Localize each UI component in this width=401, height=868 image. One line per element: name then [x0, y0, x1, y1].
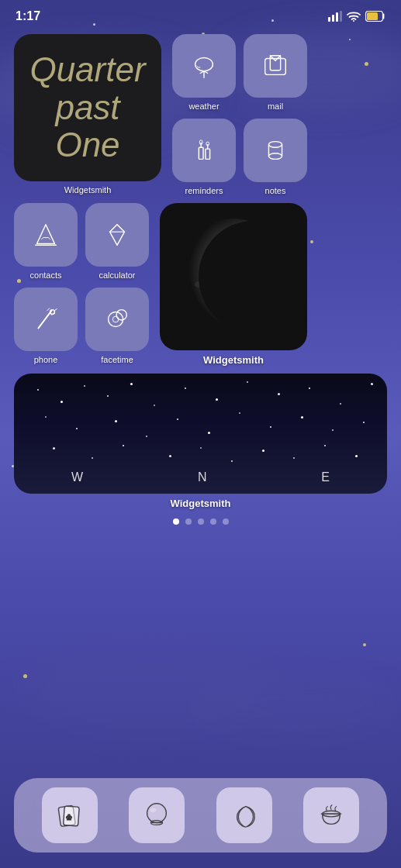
contacts-label: contacts [30, 270, 62, 280]
svg-marker-27 [110, 225, 125, 246]
moon-widget[interactable] [160, 203, 307, 350]
svg-marker-25 [37, 225, 55, 244]
phone-label: phone [34, 355, 58, 364]
playing-cards-icon: ♣ [55, 801, 85, 830]
mail-label: mail [268, 102, 283, 111]
right-apps-grid: weather mail [172, 34, 387, 195]
reminders-label: reminders [185, 186, 223, 195]
page-dot-3[interactable] [198, 518, 204, 525]
svg-rect-15 [199, 147, 203, 159]
svg-line-29 [110, 225, 118, 232]
dock-cards-icon[interactable]: ♣ [42, 787, 98, 843]
clock-widget[interactable]: Quarter past One [14, 34, 161, 181]
row2: contacts calculator [14, 203, 387, 366]
witch-hat-icon [31, 220, 60, 250]
svg-line-30 [117, 225, 125, 232]
facetime-app-icon[interactable] [85, 288, 149, 351]
svg-point-52 [150, 808, 157, 813]
notes-app-icon[interactable] [244, 119, 307, 182]
svg-rect-18 [206, 149, 210, 159]
apps-row-mid-top: contacts calculator [14, 203, 149, 280]
status-bar: 1:17 [0, 0, 401, 28]
crescent-moon-icon [230, 801, 259, 830]
page-dot-5[interactable] [223, 518, 229, 525]
mail-app-item[interactable]: mail [244, 34, 307, 111]
battery-icon [365, 11, 385, 22]
starfield-widget-label: Widgetsmith [14, 498, 387, 509]
svg-rect-3 [340, 11, 342, 22]
svg-point-43 [223, 246, 229, 253]
apps-row-bottom: reminders notes [172, 119, 387, 195]
starfield-compass: W N E [14, 470, 387, 484]
svg-point-41 [178, 219, 289, 335]
calculator-app-icon[interactable] [85, 203, 149, 267]
orb-icon [102, 305, 132, 334]
wifi-icon [347, 11, 361, 22]
starfield-widget[interactable]: W N E [14, 374, 387, 494]
svg-point-7 [195, 58, 213, 71]
svg-rect-2 [336, 12, 338, 22]
notes-app-item[interactable]: notes [244, 119, 307, 195]
clock-text: Quarter past One [29, 51, 145, 164]
svg-point-4 [353, 20, 354, 22]
phone-app-item[interactable]: phone [14, 288, 78, 364]
dock-inner: ♣ [14, 778, 387, 852]
compass-west: W [71, 470, 83, 484]
page-dot-1[interactable] [173, 518, 179, 525]
dock-moon-icon[interactable] [216, 787, 272, 843]
notes-label: notes [265, 186, 286, 195]
facetime-app-item[interactable]: facetime [85, 288, 149, 364]
svg-rect-0 [328, 17, 330, 22]
svg-point-38 [112, 316, 119, 322]
svg-line-33 [47, 308, 50, 311]
contacts-app-item[interactable]: contacts [14, 203, 78, 280]
svg-point-44 [208, 291, 220, 301]
facetime-label: facetime [101, 355, 133, 364]
svg-point-24 [268, 153, 282, 160]
page-dots [14, 518, 387, 525]
svg-line-31 [39, 311, 52, 329]
candle-icon [189, 136, 219, 165]
clock-widget-label: Widgetsmith [64, 185, 112, 195]
mushroom-icon [189, 51, 219, 81]
apps-row-top: weather mail [172, 34, 387, 111]
svg-point-21 [268, 142, 282, 148]
page-dot-4[interactable] [210, 518, 216, 525]
svg-point-42 [206, 261, 215, 269]
svg-text:♣: ♣ [66, 812, 72, 822]
apps-row-mid-bottom: phone facetime [14, 288, 149, 364]
mail-app-icon[interactable] [244, 34, 307, 98]
reminders-app-icon[interactable] [172, 119, 236, 182]
contacts-app-icon[interactable] [14, 203, 78, 267]
mail-symbol-icon [261, 51, 290, 81]
starfield-widget-container[interactable]: W N E Widgetsmith [14, 374, 387, 509]
moon-widget-label: Widgetsmith [203, 354, 264, 366]
crystal-ball-icon [142, 801, 171, 830]
svg-rect-6 [367, 12, 378, 20]
cylinder-icon [261, 136, 290, 165]
cauldron-icon [316, 801, 346, 830]
weather-app-item[interactable]: weather [172, 34, 236, 111]
svg-rect-1 [332, 15, 334, 22]
svg-point-36 [109, 312, 123, 327]
dock-crystal-ball-icon[interactable] [129, 787, 185, 843]
svg-line-35 [54, 309, 57, 311]
calculator-app-item[interactable]: calculator [85, 203, 149, 280]
compass-north: N [198, 470, 207, 484]
weather-label: weather [188, 102, 219, 111]
weather-app-icon[interactable] [172, 34, 236, 98]
wand-icon [31, 305, 60, 334]
svg-point-49 [147, 804, 167, 823]
svg-point-45 [195, 281, 202, 288]
clock-widget-container[interactable]: Quarter past One Widgetsmith [14, 34, 161, 195]
page-dot-2[interactable] [185, 518, 192, 525]
home-content: Quarter past One Widgetsmith [0, 28, 401, 525]
phone-app-icon[interactable] [14, 288, 78, 351]
reminders-app-item[interactable]: reminders [172, 119, 236, 195]
time-display: 1:17 [16, 9, 40, 23]
calculator-label: calculator [99, 270, 135, 280]
left-apps-grid: contacts calculator [14, 203, 149, 364]
dock-bowl-icon[interactable] [303, 787, 359, 843]
status-icons [328, 11, 385, 22]
moon-widget-container[interactable]: Widgetsmith [160, 203, 307, 366]
